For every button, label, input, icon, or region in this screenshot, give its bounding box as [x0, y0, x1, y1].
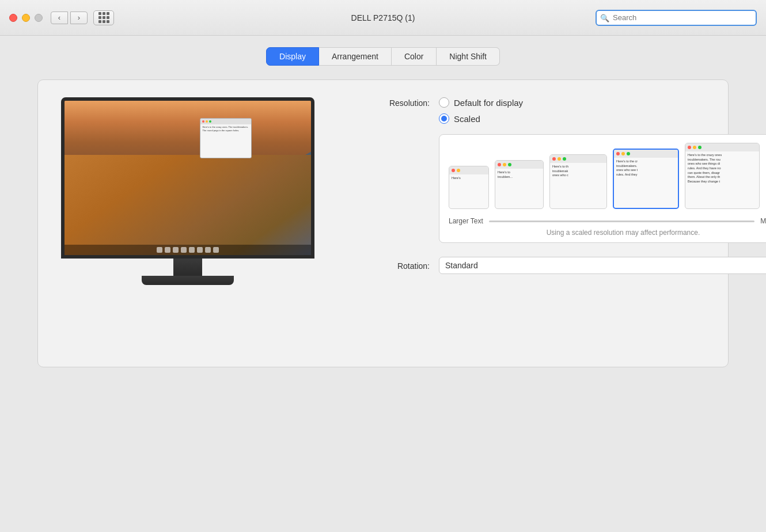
taskbar-icon [205, 247, 211, 253]
resolution-scaled-option[interactable]: Scaled [439, 113, 766, 124]
monitor-frame: Here's to the crazy ones. The troublemak… [61, 97, 314, 259]
taskbar-icon [173, 247, 179, 253]
res-thumb-5-content: Here's to the crazy onestroublemakers. T… [685, 151, 759, 208]
search-icon: 🔍 [600, 13, 609, 22]
res-dot-y [457, 169, 460, 172]
slider-right-label: More Space [760, 217, 766, 225]
forward-button[interactable]: › [70, 12, 88, 24]
resolution-default-radio[interactable] [439, 97, 449, 108]
taskbar-icon [157, 247, 162, 253]
res-dot-r [552, 157, 556, 161]
res-thumb-3-content: Here's to thtroublemakones who c [550, 163, 606, 208]
res-dot-y [621, 152, 625, 155]
grid-view-button[interactable] [93, 10, 114, 25]
res-dot-g [508, 163, 511, 166]
res-dot-r [452, 169, 455, 172]
res-dot-g [563, 157, 566, 161]
res-dot-r [498, 163, 501, 166]
taskbar-icon [165, 247, 170, 253]
res-dot-y [693, 146, 696, 149]
resolution-row: Resolution: Default for display Scaled [349, 97, 766, 243]
resolution-default-label: Default for display [454, 98, 523, 108]
close-button[interactable] [9, 14, 17, 22]
res-thumb-5-bar [685, 143, 759, 151]
search-container: 🔍 [596, 10, 757, 26]
content-panel: Here's to the crazy ones. The troublemak… [37, 79, 729, 367]
mini-window-content: Here's to the crazy ones. The troublemak… [200, 124, 251, 133]
res-dot-y [503, 163, 506, 166]
resolution-thumbnails: Here's Here's totroublem... [449, 143, 766, 209]
res-thumb-1[interactable]: Here's [449, 166, 489, 209]
resolution-scaled-label: Scaled [454, 114, 480, 124]
window-title: DELL P2715Q (1) [351, 13, 415, 22]
monitor-illustration: Here's to the crazy ones. The troublemak… [61, 97, 326, 344]
res-thumb-1-content: Here's [449, 174, 488, 208]
mini-close-dot [202, 120, 204, 123]
res-thumb-3[interactable]: Here's to thtroublemakones who c [549, 154, 607, 209]
perf-note: Using a scaled resolution may affect per… [449, 229, 766, 237]
search-input[interactable] [596, 10, 757, 26]
taskbar-icon [189, 247, 195, 253]
nav-buttons: ‹ › [51, 12, 88, 24]
resolution-default-option[interactable]: Default for display [439, 97, 766, 108]
mini-window-titlebar [200, 119, 251, 124]
rotation-label: Rotation: [349, 260, 430, 271]
maximize-button[interactable] [35, 14, 43, 22]
radio-inner-dot [441, 116, 447, 121]
grid-icon [98, 12, 109, 23]
mini-minimize-dot [206, 120, 208, 123]
main-area: Display Arrangement Color Night Shift [0, 36, 766, 532]
scaled-options-box: Here's Here's totroublem... [439, 134, 766, 243]
slider-left-label: Larger Text [449, 217, 483, 225]
tab-bar: Display Arrangement Color Night Shift [266, 47, 500, 66]
res-thumb-2-content: Here's totroublem... [495, 169, 543, 208]
traffic-lights [9, 14, 43, 22]
res-thumb-2[interactable]: Here's totroublem... [495, 160, 544, 209]
rotation-row: Rotation: Standard 90° 180° 270° ⇅ [349, 257, 766, 274]
monitor-stand-base [142, 276, 234, 285]
monitor-wrapper: Here's to the crazy ones. The troublemak… [61, 97, 314, 285]
monitor-stand-neck [173, 259, 202, 276]
taskbar-icon [197, 247, 203, 253]
mini-window: Here's to the crazy ones. The troublemak… [200, 118, 252, 158]
back-button[interactable]: ‹ [51, 12, 68, 24]
rotation-select[interactable]: Standard 90° 180° 270° [439, 257, 766, 274]
resolution-scaled-radio[interactable] [439, 113, 449, 124]
minimize-button[interactable] [22, 14, 30, 22]
mini-maximize-dot [209, 120, 211, 123]
resolution-label: Resolution: [349, 97, 430, 108]
res-dot-r [688, 146, 691, 149]
res-thumb-1-bar [449, 166, 488, 174]
res-thumb-4-bar [614, 150, 678, 158]
res-thumb-3-bar [550, 155, 606, 163]
tab-nightshift[interactable]: Night Shift [437, 47, 500, 66]
rotation-select-wrap: Standard 90° 180° 270° ⇅ [439, 257, 766, 274]
tab-color[interactable]: Color [392, 47, 437, 66]
res-thumb-4[interactable]: Here's to the crtroublemakers.ones who s… [613, 149, 679, 209]
tab-arrangement[interactable]: Arrangement [319, 47, 392, 66]
titlebar: ‹ › DELL P2715Q (1) 🔍 [0, 0, 766, 36]
resolution-options: Default for display Scaled [439, 97, 766, 243]
res-thumb-5[interactable]: Here's to the crazy onestroublemakers. T… [685, 143, 760, 209]
taskbar-icon [213, 247, 219, 253]
monitor-dunes [65, 155, 311, 255]
res-label-row: Larger Text More Space [449, 217, 766, 225]
res-thumb-4-content: Here's to the crtroublemakers.ones who s… [614, 158, 678, 208]
res-dot-g [627, 152, 630, 155]
res-thumb-2-bar [495, 161, 543, 169]
settings-section: Resolution: Default for display Scaled [349, 97, 766, 344]
monitor-taskbar [65, 245, 311, 255]
res-dot-r [616, 152, 620, 155]
tab-display[interactable]: Display [266, 47, 319, 66]
slider-track[interactable] [489, 221, 754, 222]
monitor-screen: Here's to the crazy ones. The troublemak… [65, 101, 311, 255]
taskbar-icon [181, 247, 187, 253]
res-dot-g [698, 146, 701, 149]
res-dot-y [558, 157, 561, 161]
